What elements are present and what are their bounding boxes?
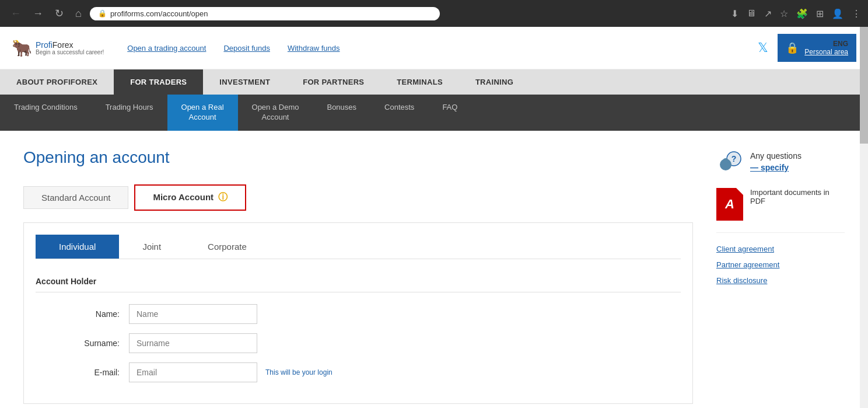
header-right: 𝕏 🔒 ENG Personal area xyxy=(758,34,856,62)
logo-profi-text: Profi xyxy=(36,40,52,50)
header-link-withdraw[interactable]: Withdraw funds xyxy=(288,44,340,53)
twitter-icon[interactable]: 𝕏 xyxy=(758,40,768,55)
nav-item-about[interactable]: ABOUT PROFIFOREX xyxy=(0,69,114,95)
questions-icon: ? xyxy=(716,148,744,176)
address-bar[interactable]: 🔒 profiforms.com/account/open xyxy=(90,7,440,20)
page-title: Opening an account xyxy=(23,148,693,167)
sub-nav-faq[interactable]: FAQ xyxy=(428,95,471,131)
sub-nav-open-demo[interactable]: Open a DemoAccount xyxy=(238,95,313,131)
nav-refresh-button[interactable]: ↻ xyxy=(51,5,67,22)
url-text: profiforms.com/account/open xyxy=(110,9,208,18)
scrollbar-track[interactable] xyxy=(860,27,868,408)
logo-tagline: Begin a successful career! xyxy=(36,49,104,55)
email-label: E-mail: xyxy=(36,368,129,377)
main-area: Opening an account Standard Account Micr… xyxy=(23,148,693,404)
logo-bull-icon: 🐂 xyxy=(12,39,32,58)
joint-tab[interactable]: Joint xyxy=(119,235,184,259)
nav-item-investment[interactable]: INVESTMENT xyxy=(203,69,286,95)
browser-chrome: ← → ↻ ⌂ 🔒 profiforms.com/account/open ⬇ … xyxy=(0,0,868,27)
surname-label: Surname: xyxy=(36,339,129,348)
email-hint: This will be your login xyxy=(265,368,332,376)
pdf-icon: A xyxy=(716,188,743,221)
chrome-toolbar: ⬇ 🖥 ↗ ☆ 🧩 ⊞ 👤 ⋮ xyxy=(731,8,861,19)
lock-icon: 🔒 xyxy=(98,9,107,18)
client-agreement-link[interactable]: Client agreement xyxy=(716,245,845,253)
site-header: 🐂 ProfiForex Begin a successful career! … xyxy=(0,27,868,69)
download-icon[interactable]: ⬇ xyxy=(731,8,738,19)
sub-nav-conditions[interactable]: Trading Conditions xyxy=(0,95,92,131)
account-type-tabs: Standard Account Micro Account ⓘ xyxy=(23,184,693,211)
sidebar: ? Any questions — specify A Important do… xyxy=(716,148,845,404)
svg-text:?: ? xyxy=(732,154,737,163)
name-field-row: Name: xyxy=(36,304,444,324)
share-icon[interactable]: ↗ xyxy=(764,8,772,19)
header-link-open-account[interactable]: Open a trading account xyxy=(127,44,206,53)
star-icon[interactable]: ☆ xyxy=(780,8,788,19)
corporate-tab[interactable]: Corporate xyxy=(184,235,270,259)
nav-item-training[interactable]: TRAINING xyxy=(459,69,530,95)
logo[interactable]: 🐂 ProfiForex Begin a successful career! xyxy=(12,39,104,58)
nav-item-partners[interactable]: FOR PARTNERS xyxy=(286,69,380,95)
nav-home-button[interactable]: ⌂ xyxy=(72,5,85,22)
email-field-row: E-mail: This will be your login xyxy=(36,362,444,382)
email-input[interactable] xyxy=(129,362,257,382)
individual-tab[interactable]: Individual xyxy=(36,235,119,259)
info-icon[interactable]: ⓘ xyxy=(218,192,228,202)
language-label: ENG xyxy=(833,40,848,48)
entity-tabs: Individual Joint Corporate xyxy=(36,235,681,259)
questions-box: ? Any questions — specify xyxy=(716,148,845,176)
nav-back-button[interactable]: ← xyxy=(7,5,24,22)
micro-account-label: Micro Account xyxy=(153,192,214,202)
nav-forward-button[interactable]: → xyxy=(29,5,47,22)
sidebar-links: Client agreement Partner agreement Risk … xyxy=(716,245,845,285)
pdf-label: Important documents in PDF xyxy=(750,188,845,205)
sub-nav-hours[interactable]: Trading Hours xyxy=(92,95,167,131)
pdf-box: A Important documents in PDF xyxy=(716,188,845,233)
partner-agreement-link[interactable]: Partner agreement xyxy=(716,260,845,269)
sub-nav-open-real[interactable]: Open a RealAccount xyxy=(167,95,238,131)
questions-label: Any questions xyxy=(750,151,802,161)
menu-icon[interactable]: ⋮ xyxy=(852,8,861,19)
personal-area-lock-icon: 🔒 xyxy=(786,41,799,54)
surname-field-row: Surname: xyxy=(36,333,444,353)
personal-area-link[interactable]: Personal area xyxy=(804,48,848,56)
main-nav: ABOUT PROFIFOREX FOR TRADERS INVESTMENT … xyxy=(0,69,868,95)
page-content: Opening an account Standard Account Micr… xyxy=(0,131,868,408)
screen-icon[interactable]: 🖥 xyxy=(747,8,756,19)
nav-item-terminals[interactable]: TERMINALS xyxy=(380,69,459,95)
logo-forex-text: Forex xyxy=(52,40,74,50)
form-container: Individual Joint Corporate Account Holde… xyxy=(23,222,693,404)
questions-text-block: Any questions — specify xyxy=(750,151,802,173)
surname-input[interactable] xyxy=(129,333,257,353)
account-holder-title: Account Holder xyxy=(36,271,681,292)
questions-specify-link[interactable]: — specify xyxy=(750,163,789,172)
nav-item-traders[interactable]: FOR TRADERS xyxy=(114,69,203,95)
svg-point-3 xyxy=(723,158,729,164)
header-links: Open a trading account Deposit funds Wit… xyxy=(127,44,758,53)
profile-icon[interactable]: 👤 xyxy=(832,8,844,19)
micro-account-tab[interactable]: Micro Account ⓘ xyxy=(134,184,246,211)
window-icon[interactable]: ⊞ xyxy=(816,8,824,19)
sub-nav-bonuses[interactable]: Bonuses xyxy=(313,95,370,131)
name-input[interactable] xyxy=(129,304,257,324)
personal-area-button[interactable]: 🔒 ENG Personal area xyxy=(778,34,856,62)
name-label: Name: xyxy=(36,309,129,319)
header-link-deposit[interactable]: Deposit funds xyxy=(223,44,270,53)
scrollbar-thumb[interactable] xyxy=(860,27,868,144)
sub-nav-contests[interactable]: Contests xyxy=(370,95,428,131)
sub-nav: Trading Conditions Trading Hours Open a … xyxy=(0,95,868,131)
risk-disclosure-link[interactable]: Risk disclosure xyxy=(716,276,845,285)
extension-icon[interactable]: 🧩 xyxy=(796,8,808,19)
standard-account-tab[interactable]: Standard Account xyxy=(23,186,128,209)
